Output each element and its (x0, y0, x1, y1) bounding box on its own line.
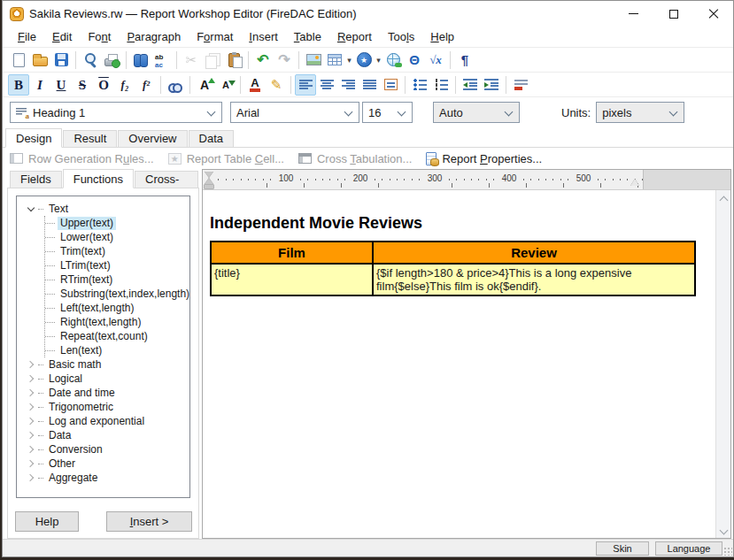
minimize-button[interactable] (614, 1, 653, 27)
tree-node-other[interactable]: Other (26, 456, 189, 471)
strikethrough-button[interactable]: S (72, 74, 93, 96)
highlight-button[interactable]: ✎ (266, 74, 287, 96)
menu-format[interactable]: Format (189, 28, 241, 45)
tree-node-logical[interactable]: Logical (26, 372, 189, 386)
grow-font-button[interactable]: A (194, 74, 215, 96)
tree-item[interactable]: Trim(text) (45, 244, 189, 258)
chevron-right-icon[interactable] (27, 389, 35, 396)
report-table-cell-button[interactable]: ★ Report Table Cell... (168, 152, 284, 165)
vertical-scrollbar[interactable] (715, 190, 730, 538)
tree-item[interactable]: Lower(text) (45, 230, 189, 244)
tab-design[interactable]: Design (5, 128, 62, 148)
justify-button[interactable] (359, 74, 380, 96)
resize-grip[interactable] (723, 547, 732, 556)
menu-paragraph[interactable]: Paragraph (119, 28, 189, 45)
tab-result[interactable]: Result (63, 130, 117, 147)
tab-fields[interactable]: Fields (10, 171, 62, 188)
insert-field-button[interactable]: Θ (404, 50, 425, 71)
shrink-font-button[interactable]: A (215, 74, 236, 96)
tree-node-date-time[interactable]: Date and time (26, 386, 189, 400)
maximize-button[interactable] (653, 1, 693, 27)
menu-font[interactable]: Font (80, 28, 119, 45)
insert-table-button[interactable] (324, 50, 345, 71)
chevron-right-icon[interactable] (27, 418, 35, 425)
right-indent-marker[interactable] (630, 179, 639, 186)
tree-node-trigonometric[interactable]: Trigonometric (26, 400, 189, 414)
cell-film[interactable]: {title} (211, 264, 373, 295)
insert-function-button[interactable]: Insert > (106, 511, 192, 532)
cut-button[interactable]: ✂ (181, 50, 202, 71)
numbered-list-button[interactable] (430, 74, 452, 96)
help-button[interactable]: Help (15, 511, 79, 532)
report-properties-button[interactable]: Report Properties... (426, 152, 542, 165)
tree-node-conversion[interactable]: Conversion (26, 442, 189, 456)
tree-item[interactable]: LTrim(text) (45, 258, 189, 272)
align-left-button[interactable] (295, 74, 316, 96)
save-button[interactable] (50, 50, 72, 71)
replace-button[interactable]: abac (151, 50, 173, 71)
skin-button[interactable]: Skin (596, 541, 649, 556)
symbol-dropdown-caret[interactable]: ▾ (375, 56, 382, 65)
tree-item[interactable]: Substring(text,index,length) (45, 287, 189, 301)
scroll-up-icon[interactable] (719, 196, 728, 205)
document-heading[interactable]: Independent Movie Reviews (210, 214, 715, 233)
tree-item[interactable]: Upper(text) (45, 216, 189, 230)
tree-item[interactable]: Left(text,length) (45, 301, 189, 315)
new-document-button[interactable] (8, 50, 29, 71)
left-indent-marker[interactable] (205, 178, 213, 184)
overline-button[interactable]: O (93, 74, 114, 96)
chevron-right-icon[interactable] (27, 446, 35, 453)
document-canvas[interactable]: Independent Movie Reviews Film Review {t… (203, 190, 715, 538)
tree-item[interactable]: Right(text,length) (45, 315, 189, 329)
font-family-combobox[interactable]: Arial (230, 102, 359, 123)
left-indent-handle[interactable] (205, 185, 213, 188)
reading-view-button[interactable] (165, 74, 186, 96)
increase-indent-button[interactable] (481, 74, 502, 96)
superscript-button[interactable]: f² (135, 74, 157, 96)
formatting-marks-button[interactable]: ¶ (454, 50, 475, 71)
chevron-down-icon[interactable] (27, 205, 35, 212)
menu-report[interactable]: Report (329, 28, 380, 45)
insert-image-button[interactable] (303, 50, 324, 71)
scroll-down-icon[interactable] (719, 526, 728, 535)
cell-review[interactable]: {$if length>180 & price>4}This is a long… (373, 264, 695, 295)
tree-node-log-exponential[interactable]: Log and exponential (26, 414, 189, 428)
zoom-combobox[interactable]: Auto (433, 102, 520, 123)
tree-item[interactable]: Repeat(text,count) (45, 329, 189, 343)
menu-edit[interactable]: Edit (44, 28, 80, 45)
language-button[interactable]: Language (655, 541, 722, 556)
chevron-right-icon[interactable] (27, 432, 35, 439)
align-center-button[interactable] (316, 74, 337, 96)
underline-button[interactable]: U (50, 74, 72, 96)
first-line-indent-marker[interactable] (205, 172, 213, 178)
menu-insert[interactable]: Insert (241, 28, 286, 45)
insert-symbol-button[interactable]: ★ (353, 50, 375, 71)
row-generation-rules-button[interactable]: Row Generation Rules... (10, 152, 154, 165)
open-button[interactable] (29, 50, 50, 71)
chevron-right-icon[interactable] (27, 375, 35, 382)
font-color-button[interactable]: A (244, 74, 266, 96)
copy-button[interactable] (202, 50, 223, 71)
title-bar[interactable]: Sakila Reviews.rw — Report Workshop Edit… (3, 1, 733, 27)
italic-button[interactable]: I (29, 74, 50, 96)
paragraph-color-button[interactable] (510, 74, 531, 96)
print-preview-button[interactable] (80, 50, 101, 71)
tree-item[interactable]: Len(text) (45, 343, 189, 357)
column-header-film[interactable]: Film (211, 242, 373, 264)
bold-button[interactable]: B (8, 74, 29, 96)
align-right-button[interactable] (337, 74, 359, 96)
chevron-right-icon[interactable] (27, 403, 35, 410)
font-size-combobox[interactable]: 16 (362, 102, 413, 123)
menu-file[interactable]: File (10, 28, 44, 45)
close-button[interactable] (693, 1, 733, 27)
insert-formula-button[interactable]: √x (425, 50, 446, 71)
decrease-indent-button[interactable] (460, 74, 481, 96)
tree-node-basic-math[interactable]: Basic math (26, 357, 189, 372)
paste-button[interactable] (223, 50, 244, 71)
bullet-list-button[interactable] (409, 74, 430, 96)
undo-button[interactable]: ↶ (252, 50, 274, 71)
cross-tabulation-button[interactable]: Cross Tabulation... (298, 152, 412, 165)
table-dropdown-caret[interactable]: ▾ (345, 56, 353, 65)
tab-overview[interactable]: Overview (118, 130, 187, 147)
column-header-review[interactable]: Review (373, 242, 695, 264)
